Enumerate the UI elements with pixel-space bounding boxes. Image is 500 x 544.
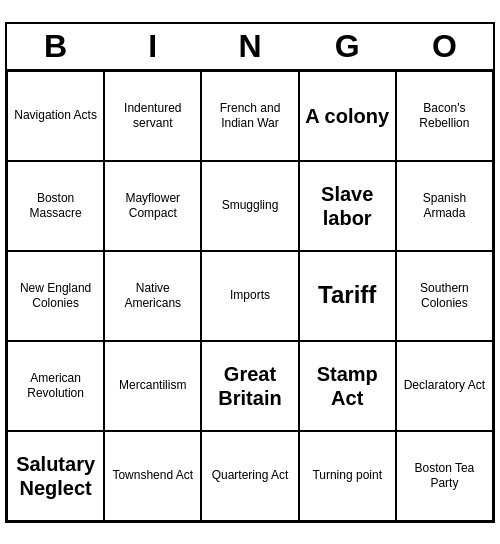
- bingo-cell[interactable]: Great Britain: [201, 341, 298, 431]
- header-letter: I: [104, 24, 201, 71]
- bingo-cell[interactable]: Spanish Armada: [396, 161, 493, 251]
- bingo-cell[interactable]: Smuggling: [201, 161, 298, 251]
- bingo-cell[interactable]: Townshend Act: [104, 431, 201, 521]
- bingo-cell[interactable]: Tariff: [299, 251, 396, 341]
- bingo-cell[interactable]: American Revolution: [7, 341, 104, 431]
- header-letter: N: [201, 24, 298, 71]
- bingo-cell[interactable]: Turning point: [299, 431, 396, 521]
- bingo-cell[interactable]: Declaratory Act: [396, 341, 493, 431]
- bingo-cell[interactable]: Mayflower Compact: [104, 161, 201, 251]
- bingo-cell[interactable]: Stamp Act: [299, 341, 396, 431]
- bingo-cell[interactable]: A colony: [299, 71, 396, 161]
- bingo-card: BINGO Navigation ActsIndentured servantF…: [5, 22, 495, 523]
- header-letter: O: [396, 24, 493, 71]
- bingo-cell[interactable]: New England Colonies: [7, 251, 104, 341]
- bingo-cell[interactable]: Bacon's Rebellion: [396, 71, 493, 161]
- bingo-cell[interactable]: Indentured servant: [104, 71, 201, 161]
- bingo-cell[interactable]: Slave labor: [299, 161, 396, 251]
- bingo-cell[interactable]: Mercantilism: [104, 341, 201, 431]
- bingo-cell[interactable]: Native Americans: [104, 251, 201, 341]
- header-letter: G: [299, 24, 396, 71]
- bingo-cell[interactable]: Southern Colonies: [396, 251, 493, 341]
- bingo-cell[interactable]: Navigation Acts: [7, 71, 104, 161]
- bingo-cell[interactable]: Boston Massacre: [7, 161, 104, 251]
- bingo-cell[interactable]: French and Indian War: [201, 71, 298, 161]
- header-letter: B: [7, 24, 104, 71]
- bingo-cell[interactable]: Salutary Neglect: [7, 431, 104, 521]
- bingo-cell[interactable]: Boston Tea Party: [396, 431, 493, 521]
- bingo-cell[interactable]: Quartering Act: [201, 431, 298, 521]
- bingo-cell[interactable]: Imports: [201, 251, 298, 341]
- bingo-header: BINGO: [7, 24, 493, 71]
- bingo-grid: Navigation ActsIndentured servantFrench …: [7, 71, 493, 521]
